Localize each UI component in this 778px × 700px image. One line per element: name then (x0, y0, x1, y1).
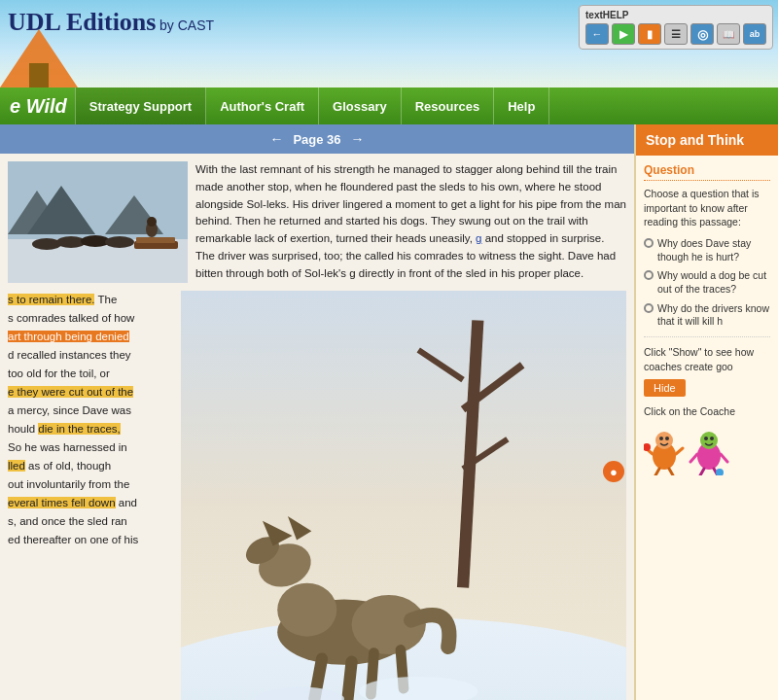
svg-line-49 (700, 469, 704, 475)
th-stop-button[interactable]: ▮ (638, 23, 661, 45)
hl-line-3: art through being denied (8, 331, 129, 342)
svg-line-29 (347, 662, 352, 700)
coaches-images (644, 427, 770, 475)
svg-point-51 (716, 469, 724, 475)
radio-text-1: Why does Dave stay though he is hurt? (657, 237, 770, 263)
svg-line-47 (690, 454, 697, 462)
stop-think-header: Stop and Think (636, 124, 778, 156)
hl-line-8: hould die in the traces, (8, 423, 121, 435)
wolf-svg (181, 291, 626, 700)
top-text-section: With the last remnant of his strength he… (0, 154, 634, 291)
highlighted-text-column: s to remain there. The s comrades talked… (8, 291, 173, 700)
radio-circle-1 (644, 238, 654, 248)
th-book-button[interactable]: 📖 (717, 23, 740, 45)
hl-line-10: lled as of old, though (8, 460, 111, 472)
coach-character-1[interactable] (644, 427, 685, 475)
page-next-button[interactable]: → (351, 131, 365, 147)
svg-point-23 (277, 583, 336, 637)
texthelp-toolbar: textHELP ← ▶ ▮ ☰ ◎ 📖 ab (579, 5, 773, 50)
hl-line-1: s to remain there. The (8, 294, 117, 305)
svg-point-14 (147, 217, 157, 227)
bottom-section: s to remain there. The s comrades talked… (0, 291, 634, 700)
dog-sled-svg (8, 161, 188, 283)
svg-point-10 (105, 236, 134, 248)
radio-text-3: Why do the drivers know that it will kil… (657, 302, 770, 329)
hl-line-14: ed thereafter on one of his (8, 534, 138, 545)
svg-line-48 (721, 454, 727, 462)
hl-line-12: everal times fell down and (8, 497, 137, 508)
nav-glossary[interactable]: Glossary (319, 88, 402, 124)
divider (644, 336, 770, 337)
hl-line-13: s, and once the sled ran (8, 515, 127, 527)
hl-line-5: too old for the toil, or (8, 368, 110, 379)
svg-line-41 (669, 469, 673, 475)
svg-point-7 (32, 238, 61, 250)
hl-line-2: s comrades talked of how (8, 312, 134, 324)
radio-text-2: Why would a dog be cut out of the traces… (657, 269, 770, 296)
page-number: Page 36 (293, 132, 340, 147)
page-navigation: ← Page 36 → (0, 124, 634, 154)
hl-line-9: So he was harnessed in (8, 441, 127, 453)
svg-line-39 (676, 448, 683, 454)
svg-rect-1 (29, 63, 49, 88)
dog-sled-image (8, 161, 188, 283)
reading-content: With the last remnant of his strength he… (0, 154, 634, 700)
th-back-button[interactable]: ← (585, 23, 609, 45)
svg-point-46 (710, 437, 714, 440)
navigation-bar: e Wild Strategy Support Author's Craft G… (0, 88, 778, 124)
hl-line-11: out involuntarily from the (8, 478, 129, 490)
page-title: e Wild (10, 95, 67, 118)
radio-circle-3 (644, 303, 654, 313)
radio-option-1[interactable]: Why does Dave stay though he is hurt? (644, 237, 770, 263)
click-show-text: Click "Show" to see how coaches create g… (644, 345, 770, 373)
page-prev-button[interactable]: ← (269, 131, 283, 147)
logo-title: UDL Editions (8, 8, 156, 36)
svg-point-45 (704, 437, 708, 440)
hide-button[interactable]: Hide (644, 379, 686, 397)
logo-area: UDL Editions by CAST (8, 8, 214, 37)
svg-point-36 (659, 437, 663, 440)
texthelp-label: textHELP (585, 10, 628, 20)
top-passage-text: With the last remnant of his strength he… (195, 161, 626, 283)
th-globe-button[interactable]: ◎ (690, 23, 714, 45)
svg-rect-12 (136, 237, 175, 243)
stop-and-think-panel: Stop and Think Question Choose a questio… (634, 124, 778, 700)
passage-top-content: With the last remnant of his strength he… (195, 163, 626, 279)
hl-line-4: d recalled instances they (8, 349, 131, 361)
svg-line-40 (655, 469, 659, 475)
th-play-button[interactable]: ▶ (612, 23, 635, 45)
texthelp-buttons: ← ▶ ▮ ☰ ◎ 📖 ab (585, 23, 766, 45)
hl-line-7: a mercy, since Dave was (8, 404, 131, 416)
svg-point-35 (655, 432, 673, 449)
reading-pane: ← Page 36 → (0, 124, 634, 700)
question-label: Question (644, 163, 770, 181)
main-content: ← Page 36 → (0, 124, 778, 700)
glossary-link[interactable]: g (476, 232, 481, 244)
hl-line-6: e they were cut out of the (8, 386, 133, 398)
svg-point-37 (665, 437, 669, 440)
wolf-howling-image (181, 291, 626, 700)
click-coaches-text: Click on the Coache (644, 404, 770, 419)
coach-character-2[interactable] (689, 427, 729, 475)
radio-option-3[interactable]: Why do the drivers know that it will kil… (644, 302, 770, 329)
feedback-icon[interactable]: ● (603, 461, 624, 482)
question-prompt: Choose a question that is important to k… (644, 187, 770, 229)
radio-circle-2 (644, 270, 654, 280)
th-menu-button[interactable]: ☰ (664, 23, 688, 45)
stop-think-content: Question Choose a question that is impor… (636, 156, 778, 483)
th-abc-button[interactable]: ab (743, 23, 766, 45)
nav-resources[interactable]: Resources (402, 88, 494, 124)
nav-authors-craft[interactable]: Author's Craft (206, 88, 319, 124)
tent-decoration (0, 29, 78, 88)
top-bar: UDL Editions by CAST textHELP ← ▶ ▮ ☰ ◎ … (0, 0, 778, 88)
logo-cast: by CAST (159, 18, 214, 33)
radio-option-2[interactable]: Why would a dog be cut out of the traces… (644, 269, 770, 296)
svg-point-44 (700, 432, 718, 449)
nav-help[interactable]: Help (494, 88, 549, 124)
nav-strategy-support[interactable]: Strategy Support (75, 88, 206, 124)
